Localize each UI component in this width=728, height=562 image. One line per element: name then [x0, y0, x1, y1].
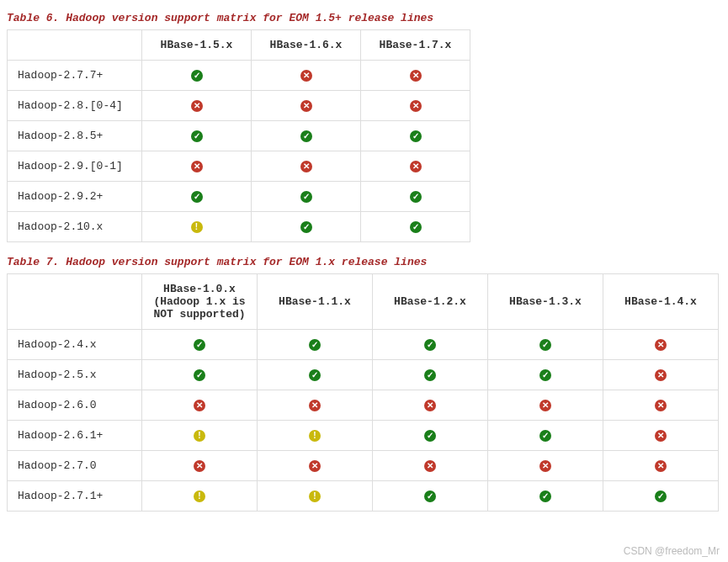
warning-icon: ! — [191, 221, 203, 233]
supported-icon: ✓ — [424, 339, 436, 351]
supported-icon: ✓ — [410, 221, 422, 233]
table6-rowhdr: Hadoop-2.8.5+ — [8, 121, 142, 151]
not-supported-icon: ✕ — [410, 100, 422, 112]
table-row: Hadoop-2.9.2+✓✓✓ — [8, 182, 470, 212]
table7-colhdr-2: HBase-1.2.x — [373, 274, 488, 330]
table7-cell: ✓ — [603, 481, 719, 512]
table7-cell: ✕ — [603, 360, 719, 390]
table7-cell: ✓ — [488, 481, 603, 512]
supported-icon: ✓ — [539, 430, 551, 442]
warning-icon: ! — [194, 490, 205, 502]
table6-rowhdr: Hadoop-2.9.[0-1] — [8, 151, 142, 182]
table6-cell: ✕ — [142, 91, 252, 121]
supported-icon: ✓ — [300, 191, 312, 203]
table7-cell: ✕ — [373, 451, 488, 481]
table7-cell: ✓ — [258, 360, 373, 390]
not-supported-icon: ✕ — [191, 161, 203, 172]
table-row: Hadoop-2.9.[0-1]✕✕✕ — [8, 151, 470, 182]
table7-cell: ✓ — [142, 330, 258, 360]
table7-cell: ✓ — [373, 421, 488, 451]
table-row: Hadoop-2.4.x✓✓✓✓✕ — [8, 330, 719, 360]
table-row: Hadoop-2.5.x✓✓✓✓✕ — [8, 360, 719, 390]
table6-cell: ✓ — [252, 121, 361, 151]
table6-colhdr-1: HBase-1.6.x — [252, 30, 361, 61]
support-matrix-table6: HBase-1.5.x HBase-1.6.x HBase-1.7.x Hado… — [7, 29, 470, 242]
table-row: Hadoop-2.8.5+✓✓✓ — [8, 121, 470, 151]
table6-rowhdr: Hadoop-2.10.x — [8, 212, 142, 242]
table7-corner — [8, 274, 142, 330]
not-supported-icon: ✕ — [194, 400, 205, 411]
support-matrix-table7: HBase-1.0.x (Hadoop 1.x is NOT supported… — [7, 273, 719, 512]
table-row: Hadoop-2.7.0✕✕✕✕✕ — [8, 451, 719, 481]
not-supported-icon: ✕ — [655, 339, 667, 351]
not-supported-icon: ✕ — [410, 70, 422, 82]
table6-cell: ✕ — [361, 91, 470, 121]
supported-icon: ✓ — [309, 339, 321, 351]
not-supported-icon: ✕ — [300, 100, 312, 112]
table7-cell: ✕ — [488, 390, 603, 421]
supported-icon: ✓ — [424, 369, 436, 381]
table6-rowhdr: Hadoop-2.7.7+ — [8, 61, 142, 91]
supported-icon: ✓ — [424, 490, 436, 502]
table-row: Hadoop-2.6.0✕✕✕✕✕ — [8, 390, 719, 421]
table7-rowhdr: Hadoop-2.7.0 — [8, 451, 142, 481]
table6-cell: ✓ — [142, 121, 252, 151]
not-supported-icon: ✕ — [300, 70, 312, 82]
table6-cell: ✕ — [252, 61, 361, 91]
supported-icon: ✓ — [300, 130, 312, 142]
table7-cell: ✓ — [488, 421, 603, 451]
table6-cell: ✓ — [142, 61, 252, 91]
table6-rowhdr: Hadoop-2.9.2+ — [8, 182, 142, 212]
warning-icon: ! — [194, 430, 205, 442]
supported-icon: ✓ — [309, 369, 321, 381]
table7-cell: ✓ — [142, 360, 258, 390]
table6-cell: ✓ — [361, 121, 470, 151]
table6-cell: ✓ — [142, 182, 252, 212]
table6-cell: ✓ — [361, 182, 470, 212]
not-supported-icon: ✕ — [424, 400, 436, 411]
not-supported-icon: ✕ — [539, 400, 551, 411]
table6-header-row: HBase-1.5.x HBase-1.6.x HBase-1.7.x — [8, 30, 470, 61]
supported-icon: ✓ — [191, 191, 203, 203]
supported-icon: ✓ — [191, 130, 203, 142]
table6-rowhdr: Hadoop-2.8.[0-4] — [8, 91, 142, 121]
table7-colhdr-4: HBase-1.4.x — [603, 274, 719, 330]
not-supported-icon: ✕ — [410, 161, 422, 172]
supported-icon: ✓ — [194, 369, 205, 381]
supported-icon: ✓ — [539, 490, 551, 502]
table6-cell: ✕ — [142, 151, 252, 182]
table6-cell: ✕ — [252, 151, 361, 182]
table6-cell: ✕ — [252, 91, 361, 121]
not-supported-icon: ✕ — [309, 400, 321, 411]
table6-caption: Table 6. Hadoop version support matrix f… — [7, 12, 721, 24]
supported-icon: ✓ — [194, 339, 205, 351]
table7-cell: ✕ — [603, 330, 719, 360]
table7-cell: ✕ — [142, 451, 258, 481]
table7-rowhdr: Hadoop-2.6.1+ — [8, 421, 142, 451]
not-supported-icon: ✕ — [655, 430, 667, 442]
not-supported-icon: ✕ — [655, 400, 667, 411]
table7-cell: ✕ — [488, 451, 603, 481]
table-row: Hadoop-2.6.1+!!✓✓✕ — [8, 421, 719, 451]
table7-cell: ✕ — [603, 390, 719, 421]
table7-header-row: HBase-1.0.x (Hadoop 1.x is NOT supported… — [8, 274, 719, 330]
supported-icon: ✓ — [300, 221, 312, 233]
not-supported-icon: ✕ — [300, 161, 312, 172]
table6-cell: ! — [142, 212, 252, 242]
not-supported-icon: ✕ — [424, 460, 436, 472]
table7-cell: ✓ — [373, 360, 488, 390]
table7-rowhdr: Hadoop-2.6.0 — [8, 390, 142, 421]
supported-icon: ✓ — [410, 130, 422, 142]
table7-colhdr-0: HBase-1.0.x (Hadoop 1.x is NOT supported… — [142, 274, 258, 330]
table7-cell: ✓ — [373, 481, 488, 512]
table7-cell: ✓ — [488, 360, 603, 390]
supported-icon: ✓ — [410, 191, 422, 203]
table7-cell: ! — [258, 421, 373, 451]
table7-cell: ✕ — [603, 421, 719, 451]
table7-cell: ✕ — [258, 451, 373, 481]
table7-caption: Table 7. Hadoop version support matrix f… — [7, 256, 721, 268]
table7-cell: ✓ — [373, 330, 488, 360]
table6-cell: ✓ — [361, 212, 470, 242]
not-supported-icon: ✕ — [539, 460, 551, 472]
table6-corner — [8, 30, 142, 61]
